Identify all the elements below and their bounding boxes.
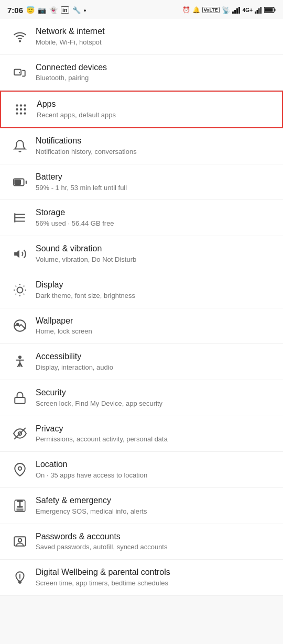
svg-point-19: [24, 108, 26, 110]
settings-item-location[interactable]: Location On · 35 apps have access to loc…: [0, 452, 283, 488]
item-text-apps: Apps Recent apps, default apps: [32, 99, 274, 120]
item-subtitle-storage: 56% used · 56.44 GB free: [36, 219, 275, 228]
item-title-display: Display: [36, 280, 275, 291]
snapchat-icon: 👻: [49, 6, 58, 14]
item-text-notifications: Notifications Notification history, conv…: [31, 136, 275, 157]
status-left: 7:06 😇 📷 👻 in 🔧 •: [7, 6, 86, 15]
security-icon: [8, 391, 31, 405]
svg-point-42: [19, 356, 21, 358]
svg-line-34: [16, 285, 17, 286]
item-subtitle-display: Dark theme, font size, brightness: [36, 292, 275, 301]
item-title-storage: Storage: [36, 207, 275, 218]
item-text-wallpaper: Wallpaper Home, lock screen: [31, 316, 275, 337]
wrench-icon: 🔧: [72, 6, 81, 14]
settings-item-battery[interactable]: Battery 59% - 1 hr, 53 min left until fu…: [0, 164, 283, 201]
volte-icon: VoLTE: [202, 7, 220, 13]
item-subtitle-notifications: Notification history, conversations: [36, 148, 275, 157]
devices-icon: [8, 66, 31, 80]
settings-item-accessibility[interactable]: Accessibility Display, interaction, audi…: [0, 344, 283, 380]
item-title-network: Network & internet: [36, 26, 275, 37]
svg-rect-7: [260, 7, 262, 14]
svg-rect-6: [258, 8, 260, 14]
settings-item-passwords[interactable]: Passwords & accounts Saved passwords, au…: [0, 524, 283, 560]
wellbeing-icon: [8, 571, 31, 584]
svg-point-15: [20, 104, 22, 106]
settings-item-wallpaper[interactable]: Wallpaper Home, lock screen: [0, 308, 283, 345]
item-text-battery: Battery 59% - 1 hr, 53 min left until fu…: [31, 172, 275, 193]
item-subtitle-passwords: Saved passwords, autofill, synced accoun…: [36, 543, 275, 552]
item-text-location: Location On · 35 apps have access to loc…: [31, 459, 275, 480]
svg-rect-9: [275, 9, 276, 12]
linkedin-icon: in: [61, 6, 69, 14]
svg-point-31: [17, 287, 23, 293]
settings-item-connected-devices[interactable]: Connected devices Bluetooth, pairing: [0, 55, 283, 91]
item-title-safety: Safety & emergency: [36, 495, 275, 506]
settings-item-network[interactable]: Network & internet Mobile, Wi-Fi, hotspo…: [0, 19, 283, 55]
safety-icon: [8, 499, 31, 513]
signal2-icon: [255, 6, 262, 14]
item-subtitle-network: Mobile, Wi-Fi, hotspot: [36, 38, 275, 47]
item-text-safety: Safety & emergency Emergency SOS, medica…: [31, 495, 275, 516]
svg-point-48: [18, 467, 22, 471]
camera-icon: 📷: [38, 6, 46, 14]
item-subtitle-location: On · 35 apps have access to location: [36, 471, 275, 480]
svg-rect-0: [232, 12, 234, 14]
settings-list: Network & internet Mobile, Wi-Fi, hotspo…: [0, 19, 283, 596]
item-title-passwords: Passwords & accounts: [36, 531, 275, 542]
settings-item-privacy[interactable]: Privacy Permissions, account activity, p…: [0, 416, 283, 452]
svg-point-20: [16, 113, 18, 115]
privacy-icon: [8, 427, 31, 440]
item-subtitle-wellbeing: Screen time, app timers, bedtime schedul…: [36, 579, 275, 588]
item-subtitle-battery: 59% - 1 hr, 53 min left until full: [36, 184, 275, 193]
battery-icon: [8, 175, 31, 189]
item-subtitle-security: Screen lock, Find My Device, app securit…: [36, 399, 275, 408]
signal-icon: [232, 6, 241, 14]
settings-item-wellbeing[interactable]: Digital Wellbeing & parental controls Sc…: [0, 560, 283, 596]
item-title-privacy: Privacy: [36, 424, 275, 435]
accessibility-icon: [8, 355, 31, 369]
item-title-security: Security: [36, 387, 275, 398]
settings-item-notifications[interactable]: Notifications Notification history, conv…: [0, 128, 283, 164]
item-subtitle-safety: Emergency SOS, medical info, alerts: [36, 507, 275, 516]
item-text-storage: Storage 56% used · 56.44 GB free: [31, 207, 275, 228]
svg-point-21: [20, 113, 22, 115]
svg-point-22: [24, 113, 26, 115]
item-title-sound: Sound & vibration: [36, 243, 275, 254]
apps-icon: [9, 103, 32, 116]
settings-item-apps[interactable]: Apps Recent apps, default apps: [0, 91, 283, 128]
settings-item-display[interactable]: Display Dark theme, font size, brightnes…: [0, 272, 283, 308]
item-text-accessibility: Accessibility Display, interaction, audi…: [31, 351, 275, 372]
item-subtitle-accessibility: Display, interaction, audio: [36, 363, 275, 372]
svg-point-17: [16, 108, 18, 110]
item-text-sound: Sound & vibration Volume, vibration, Do …: [31, 243, 275, 264]
accounts-icon: [8, 535, 31, 548]
volume-icon: 🔔: [192, 6, 200, 14]
item-text-connected-devices: Connected devices Bluetooth, pairing: [31, 62, 275, 83]
item-text-network: Network & internet Mobile, Wi-Fi, hotspo…: [31, 26, 275, 47]
settings-item-safety[interactable]: Safety & emergency Emergency SOS, medica…: [0, 488, 283, 524]
svg-rect-10: [265, 8, 273, 12]
svg-rect-5: [257, 10, 258, 14]
4g-icon: 4G+: [243, 7, 253, 13]
storage-icon: [8, 211, 31, 225]
item-subtitle-sound: Volume, vibration, Do Not Disturb: [36, 256, 275, 264]
svg-line-47: [14, 428, 26, 440]
dot-icon: •: [84, 6, 86, 14]
status-right: ⏰ 🔔 VoLTE 📡 4G+: [182, 6, 276, 14]
alarm-icon: ⏰: [182, 6, 190, 14]
location-icon: [8, 463, 31, 476]
settings-item-sound[interactable]: Sound & vibration Volume, vibration, Do …: [0, 236, 283, 272]
item-text-display: Display Dark theme, font size, brightnes…: [31, 280, 275, 301]
item-title-wellbeing: Digital Wellbeing & parental controls: [36, 567, 275, 578]
status-bar: 7:06 😇 📷 👻 in 🔧 • ⏰ 🔔 VoLTE 📡 4G+: [0, 0, 283, 19]
item-subtitle-privacy: Permissions, account activity, personal …: [36, 435, 275, 444]
settings-item-storage[interactable]: Storage 56% used · 56.44 GB free: [0, 200, 283, 236]
item-subtitle-wallpaper: Home, lock screen: [36, 327, 275, 336]
svg-point-16: [24, 104, 26, 106]
svg-rect-12: [14, 69, 21, 75]
svg-point-11: [19, 40, 20, 41]
item-title-wallpaper: Wallpaper: [36, 316, 275, 327]
settings-item-security[interactable]: Security Screen lock, Find My Device, ap…: [0, 380, 283, 416]
svg-rect-4: [255, 12, 256, 14]
cast-icon: 📡: [222, 6, 230, 14]
